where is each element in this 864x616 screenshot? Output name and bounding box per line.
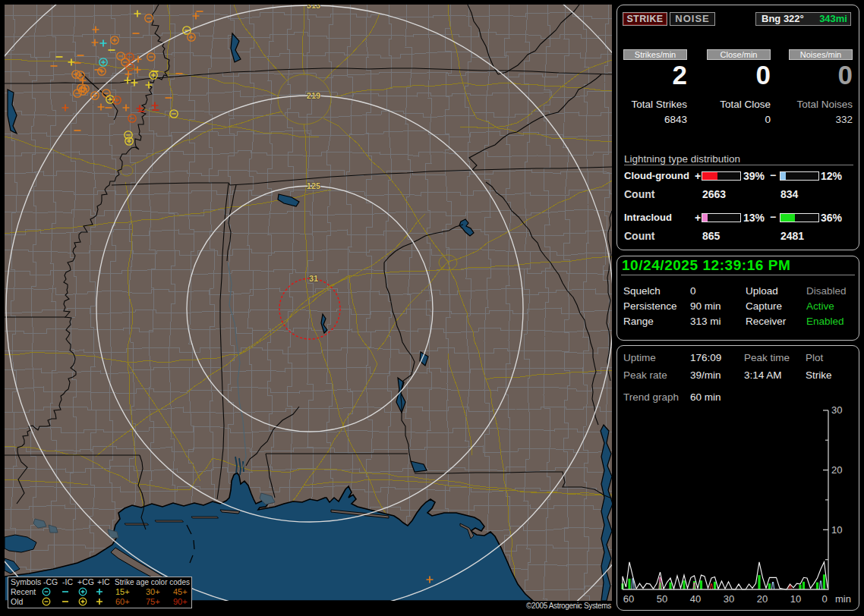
svg-text:+IC: +IC — [97, 577, 110, 586]
svg-text:60+: 60+ — [115, 597, 130, 606]
svg-text:60: 60 — [623, 593, 634, 605]
svg-text:min: min — [835, 593, 851, 605]
svg-text:10: 10 — [790, 593, 801, 605]
svg-text:125: 125 — [307, 181, 320, 190]
svg-text:30: 30 — [724, 593, 734, 605]
svg-text:31: 31 — [309, 274, 318, 283]
svg-text:40: 40 — [690, 593, 701, 605]
svg-text:Recent: Recent — [11, 587, 36, 596]
svg-text:Strike age color codes: Strike age color codes — [115, 578, 190, 586]
svg-text:+CG: +CG — [77, 577, 94, 586]
svg-text:Symbols: Symbols — [11, 577, 41, 586]
svg-text:50: 50 — [657, 593, 667, 605]
svg-text:20: 20 — [757, 593, 768, 605]
svg-text:0: 0 — [821, 593, 827, 605]
svg-text:75+: 75+ — [146, 597, 160, 606]
svg-text:-IC: -IC — [62, 577, 73, 586]
svg-text:313: 313 — [307, 5, 320, 10]
svg-text:90+: 90+ — [173, 597, 188, 606]
svg-text:-CG: -CG — [43, 577, 58, 586]
svg-text:Old: Old — [11, 597, 24, 606]
svg-text:30: 30 — [831, 404, 842, 416]
svg-text:15+: 15+ — [115, 587, 130, 596]
svg-text:45+: 45+ — [173, 587, 188, 596]
svg-text:20: 20 — [831, 464, 842, 476]
svg-text:10: 10 — [831, 524, 842, 536]
svg-text:30+: 30+ — [146, 587, 160, 596]
svg-text:219: 219 — [307, 91, 320, 100]
